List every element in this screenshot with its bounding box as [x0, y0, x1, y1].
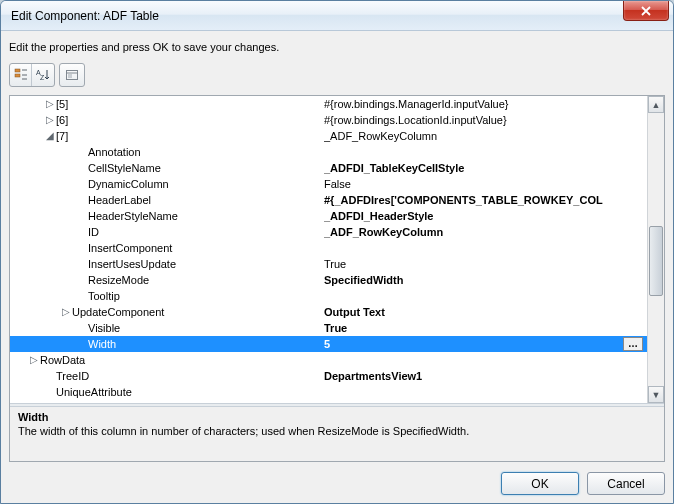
property-value[interactable]: SpecifiedWidth — [324, 272, 647, 288]
property-name: UniqueAttribute — [56, 384, 132, 400]
property-row[interactable]: ▷UpdateComponentOutput Text — [10, 304, 647, 320]
scroll-thumb[interactable] — [649, 226, 663, 296]
property-name: [5] — [56, 96, 68, 112]
property-row[interactable]: ResizeModeSpecifiedWidth — [10, 272, 647, 288]
close-button[interactable] — [623, 1, 669, 21]
close-icon — [641, 6, 651, 16]
button-row: OK Cancel — [9, 468, 665, 495]
property-name: UpdateComponent — [72, 304, 164, 320]
expand-icon[interactable]: ▷ — [44, 96, 56, 112]
property-name: ID — [88, 224, 99, 240]
property-value[interactable]: #{_ADFDIres['COMPONENTS_TABLE_ROWKEY_COL — [324, 192, 647, 208]
property-row[interactable]: UniqueAttribute — [10, 384, 647, 400]
window-title: Edit Component: ADF Table — [11, 9, 159, 23]
property-name: InsertUsesUpdate — [88, 256, 176, 272]
property-row[interactable]: ID_ADF_RowKeyColumn — [10, 224, 647, 240]
categorized-button[interactable] — [10, 64, 32, 86]
property-name: DynamicColumn — [88, 176, 169, 192]
property-row[interactable]: VisibleTrue — [10, 320, 647, 336]
property-name: Visible — [88, 320, 120, 336]
property-row[interactable]: ▷[6]#{row.bindings.LocationId.inputValue… — [10, 112, 647, 128]
titlebar[interactable]: Edit Component: ADF Table — [1, 1, 673, 31]
description-title: Width — [18, 411, 656, 423]
property-value[interactable]: _ADFDI_TableKeyCellStyle — [324, 160, 647, 176]
instruction-text: Edit the properties and press OK to save… — [9, 39, 665, 55]
description-body: The width of this column in number of ch… — [18, 425, 656, 437]
property-value[interactable]: _ADFDI_HeaderStyle — [324, 208, 647, 224]
property-name: Annotation — [88, 144, 141, 160]
collapse-icon[interactable]: ◢ — [44, 128, 56, 144]
property-pages-icon — [65, 68, 79, 82]
property-row[interactable]: CellStyleName_ADFDI_TableKeyCellStyle — [10, 160, 647, 176]
toolbar: A Z — [9, 61, 665, 89]
property-panel: ▷[5]#{row.bindings.ManagerId.inputValue}… — [9, 95, 665, 462]
property-row[interactable]: HeaderLabel#{_ADFDIres['COMPONENTS_TABLE… — [10, 192, 647, 208]
property-pages-button[interactable] — [59, 63, 85, 87]
scroll-down-button[interactable]: ▼ — [648, 386, 664, 403]
property-row[interactable]: ◢[7]_ADF_RowKeyColumn — [10, 128, 647, 144]
property-value[interactable]: 5 — [324, 336, 623, 352]
property-name: [7] — [56, 128, 68, 144]
alphabetical-button[interactable]: A Z — [32, 64, 54, 86]
property-value[interactable]: True — [324, 256, 647, 272]
property-row[interactable]: ▷[5]#{row.bindings.ManagerId.inputValue} — [10, 96, 647, 112]
description-pane: Width The width of this column in number… — [10, 407, 664, 461]
property-row[interactable]: ▷RowData — [10, 352, 647, 368]
svg-rect-1 — [15, 74, 20, 77]
property-row[interactable]: Annotation — [10, 144, 647, 160]
alphabetical-icon: A Z — [36, 68, 50, 82]
property-value[interactable]: False — [324, 176, 647, 192]
expand-icon[interactable]: ▷ — [44, 112, 56, 128]
property-name: RowData — [40, 352, 85, 368]
property-name: ResizeMode — [88, 272, 149, 288]
property-value[interactable]: #{row.bindings.LocationId.inputValue} — [324, 112, 647, 128]
property-name: CellStyleName — [88, 160, 161, 176]
ok-button[interactable]: OK — [501, 472, 579, 495]
svg-text:Z: Z — [40, 74, 45, 81]
property-row[interactable]: InsertComponent — [10, 240, 647, 256]
property-name: InsertComponent — [88, 240, 172, 256]
property-name: TreeID — [56, 368, 89, 384]
property-name: Tooltip — [88, 288, 120, 304]
categorized-icon — [14, 68, 28, 82]
property-value[interactable]: #{row.bindings.ManagerId.inputValue} — [324, 96, 647, 112]
dialog-content: Edit the properties and press OK to save… — [9, 39, 665, 495]
expand-icon[interactable]: ▷ — [28, 352, 40, 368]
property-row[interactable]: InsertUsesUpdateTrue — [10, 256, 647, 272]
property-value[interactable]: _ADF_RowKeyColumn — [324, 128, 647, 144]
expand-icon[interactable]: ▷ — [60, 304, 72, 320]
view-mode-toggle: A Z — [9, 63, 55, 87]
scroll-up-button[interactable]: ▲ — [648, 96, 664, 113]
property-grid[interactable]: ▷[5]#{row.bindings.ManagerId.inputValue}… — [10, 96, 664, 403]
property-row[interactable]: DynamicColumnFalse — [10, 176, 647, 192]
property-name: HeaderLabel — [88, 192, 151, 208]
property-row[interactable]: HeaderStyleName_ADFDI_HeaderStyle — [10, 208, 647, 224]
svg-rect-0 — [15, 69, 20, 72]
property-row[interactable]: Width5… — [10, 336, 647, 352]
property-value[interactable]: DepartmentsView1 — [324, 368, 647, 384]
property-row[interactable]: TreeIDDepartmentsView1 — [10, 368, 647, 384]
cancel-button[interactable]: Cancel — [587, 472, 665, 495]
dialog-window: Edit Component: ADF Table Edit the prope… — [0, 0, 674, 504]
property-row[interactable]: Tooltip — [10, 288, 647, 304]
vertical-scrollbar[interactable]: ▲ ▼ — [647, 96, 664, 403]
property-value[interactable]: True — [324, 320, 647, 336]
property-name: HeaderStyleName — [88, 208, 178, 224]
property-value[interactable]: Output Text — [324, 304, 647, 320]
property-name: [6] — [56, 112, 68, 128]
ellipsis-button[interactable]: … — [623, 337, 643, 351]
property-name: Width — [88, 336, 116, 352]
property-value[interactable]: _ADF_RowKeyColumn — [324, 224, 647, 240]
